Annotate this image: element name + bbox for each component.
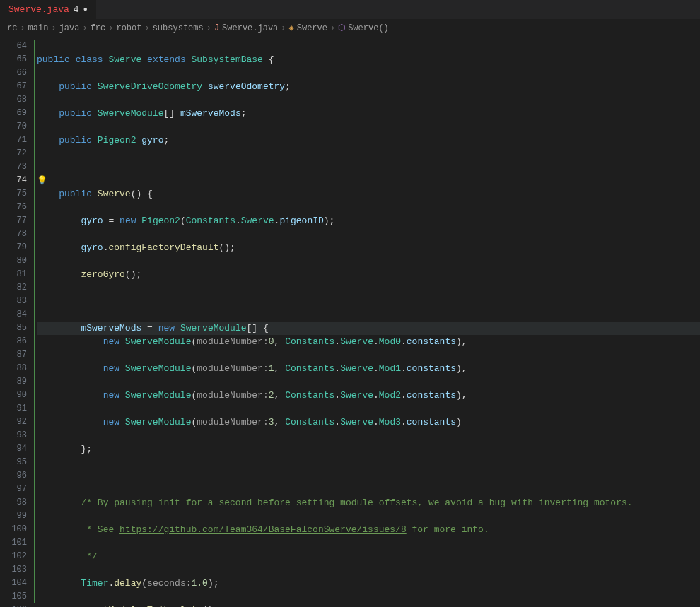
line-number: 74 [0, 174, 27, 187]
line-number: 99 [0, 509, 27, 523]
code-area[interactable]: public class Swerve extends SubsystemBas… [37, 37, 700, 604]
class-icon: ◈ [289, 23, 294, 33]
line-number: 104 [0, 577, 27, 590]
line-number: 67 [0, 80, 27, 93]
tab-swerve-java[interactable]: Swerve.java 4 ● [0, 0, 97, 19]
line-number: 89 [0, 375, 27, 389]
line-number: 66 [0, 66, 27, 80]
modified-dot-icon: ● [83, 6, 88, 13]
crumb-java[interactable]: java [59, 23, 80, 33]
line-number: 68 [0, 93, 27, 107]
line-number: 98 [0, 496, 27, 509]
line-number: 91 [0, 402, 27, 416]
line-number: 79 [0, 241, 27, 254]
line-number: 92 [0, 416, 27, 429]
line-number: 75 [0, 187, 27, 201]
lightbulb-icon[interactable]: 💡 [37, 175, 47, 188]
chevron-right-icon: › [144, 23, 149, 33]
chevron-right-icon: › [108, 23, 113, 33]
chevron-right-icon: › [20, 23, 25, 33]
line-number: 71 [0, 134, 27, 147]
line-number: 77 [0, 214, 27, 228]
line-number: 73 [0, 160, 27, 174]
tab-count: 4 [74, 4, 79, 15]
chevron-right-icon: › [51, 23, 56, 33]
tab-bar: Swerve.java 4 ● [0, 0, 700, 20]
line-number: 97 [0, 483, 27, 496]
line-number: 76 [0, 201, 27, 214]
line-number: 101 [0, 536, 27, 550]
line-number: 64 [0, 40, 27, 53]
crumb-main[interactable]: main [28, 23, 49, 33]
crumb-file[interactable]: Swerve.java [222, 23, 278, 33]
chevron-right-icon: › [82, 23, 87, 33]
line-number: 95 [0, 456, 27, 469]
crumb-class[interactable]: Swerve [297, 23, 327, 33]
line-number: 93 [0, 429, 27, 442]
breadcrumb[interactable]: rc› main› java› frc› robot› subsystems› … [0, 20, 700, 37]
line-number: 65 [0, 53, 27, 66]
line-number: 82 [0, 281, 27, 295]
line-number: 83 [0, 295, 27, 308]
crumb-method[interactable]: Swerve() [348, 23, 389, 33]
line-number: 72 [0, 147, 27, 160]
line-number: 69 [0, 107, 27, 120]
line-number: 88 [0, 362, 27, 375]
crumb-rc[interactable]: rc [7, 23, 17, 33]
line-number: 106 [0, 603, 27, 607]
line-number: 102 [0, 550, 27, 563]
code-editor[interactable]: 💡 64656667686970717273747576777879808182… [0, 37, 700, 604]
line-number: 94 [0, 442, 27, 456]
crumb-subsystems[interactable]: subsystems [153, 23, 204, 33]
chevron-right-icon: › [330, 23, 335, 33]
line-number: 84 [0, 308, 27, 322]
crumb-robot[interactable]: robot [116, 23, 141, 33]
method-icon: ⬡ [338, 23, 345, 33]
java-file-icon: J [214, 23, 219, 33]
tab-title: Swerve.java [8, 4, 69, 15]
line-number: 103 [0, 563, 27, 577]
line-gutter: 💡 64656667686970717273747576777879808182… [0, 37, 34, 604]
line-number: 100 [0, 523, 27, 536]
glyph-margin [34, 37, 37, 604]
line-number: 85 [0, 322, 27, 335]
line-number: 70 [0, 120, 27, 134]
line-number: 81 [0, 268, 27, 281]
line-number: 80 [0, 254, 27, 268]
crumb-frc[interactable]: frc [91, 23, 106, 33]
line-number: 96 [0, 469, 27, 483]
line-number: 86 [0, 335, 27, 348]
line-number: 105 [0, 590, 27, 603]
line-number: 87 [0, 348, 27, 362]
chevron-right-icon: › [281, 23, 286, 33]
chevron-right-icon: › [206, 23, 211, 33]
line-number: 90 [0, 389, 27, 402]
line-number: 78 [0, 228, 27, 241]
